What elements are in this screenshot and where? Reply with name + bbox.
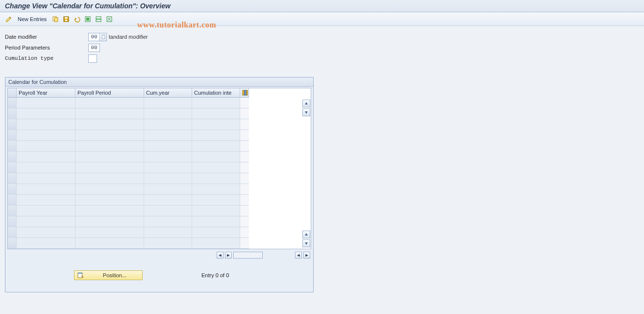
table-cell[interactable] <box>192 98 240 108</box>
table-cell[interactable] <box>75 216 144 227</box>
table-cell[interactable] <box>192 130 240 141</box>
table-cell[interactable] <box>75 238 144 249</box>
hscroll-left-icon[interactable]: ◄ <box>217 252 223 259</box>
table-cell[interactable] <box>17 216 75 227</box>
table-cell[interactable] <box>144 195 192 206</box>
table-cell[interactable] <box>17 227 75 238</box>
select-all-header[interactable] <box>8 88 17 98</box>
col-payroll-period[interactable]: Payroll Period <box>75 88 144 98</box>
table-cell[interactable] <box>192 162 240 173</box>
table-cell[interactable] <box>75 141 144 152</box>
row-selector[interactable] <box>8 184 17 195</box>
table-cell[interactable] <box>144 216 192 227</box>
row-selector[interactable] <box>8 162 17 173</box>
table-cell[interactable] <box>192 173 240 184</box>
period-parameters-input[interactable] <box>88 44 100 52</box>
table-cell[interactable] <box>144 162 192 173</box>
date-modifier-label: Date modifier <box>5 34 88 40</box>
table-cell[interactable] <box>144 173 192 184</box>
table-cell[interactable] <box>192 184 240 195</box>
row-selector[interactable] <box>8 206 17 216</box>
row-selector[interactable] <box>8 130 17 141</box>
scroll-gutter <box>240 108 249 119</box>
scroll-down-icon[interactable] <box>302 108 310 116</box>
table-cell[interactable] <box>75 227 144 238</box>
row-selector[interactable] <box>8 195 17 206</box>
table-cell[interactable] <box>192 227 240 238</box>
new-entries-button[interactable]: New Entries <box>16 15 49 23</box>
row-selector[interactable] <box>8 98 17 108</box>
table-cell[interactable] <box>192 119 240 130</box>
table-cell[interactable] <box>75 195 144 206</box>
table-cell[interactable] <box>17 195 75 206</box>
table-cell[interactable] <box>17 152 75 162</box>
table-cell[interactable] <box>17 184 75 195</box>
table-cell[interactable] <box>75 184 144 195</box>
table-cell[interactable] <box>75 152 144 162</box>
table-cell[interactable] <box>17 98 75 108</box>
table-cell[interactable] <box>17 206 75 216</box>
table-cell[interactable] <box>17 238 75 249</box>
undo-icon[interactable] <box>73 15 81 23</box>
table-cell[interactable] <box>144 184 192 195</box>
table-cell[interactable] <box>192 152 240 162</box>
table-cell[interactable] <box>75 206 144 216</box>
save-icon[interactable] <box>62 15 70 23</box>
scroll-down-bottom-icon[interactable] <box>302 239 310 247</box>
row-selector[interactable] <box>8 141 17 152</box>
hscroll-track[interactable] <box>233 252 263 259</box>
table-cell[interactable] <box>144 238 192 249</box>
table-cell[interactable] <box>144 141 192 152</box>
table-cell[interactable] <box>17 108 75 119</box>
table-cell[interactable] <box>75 162 144 173</box>
cumulation-type-input[interactable] <box>88 54 97 63</box>
deselect-all-icon[interactable] <box>105 15 113 23</box>
f4-help-icon[interactable] <box>100 33 107 41</box>
configure-columns-icon[interactable] <box>240 88 249 98</box>
table-cell[interactable] <box>75 119 144 130</box>
table-cell[interactable] <box>17 162 75 173</box>
table-cell[interactable] <box>75 98 144 108</box>
select-all-icon[interactable] <box>84 15 92 23</box>
row-selector[interactable] <box>8 227 17 238</box>
table-cell[interactable] <box>192 141 240 152</box>
select-block-icon[interactable] <box>95 15 102 23</box>
col-cum-year[interactable]: Cum.year <box>144 88 192 98</box>
copy-icon[interactable] <box>51 15 59 23</box>
position-button[interactable]: Position... <box>74 270 143 280</box>
table-cell[interactable] <box>192 206 240 216</box>
row-selector[interactable] <box>8 152 17 162</box>
table-cell[interactable] <box>144 206 192 216</box>
table-cell[interactable] <box>17 130 75 141</box>
hscroll-right2-icon[interactable]: ► <box>303 252 310 259</box>
table-cell[interactable] <box>192 108 240 119</box>
row-selector[interactable] <box>8 173 17 184</box>
hscroll-right-icon[interactable]: ► <box>225 252 232 259</box>
table-cell[interactable] <box>75 108 144 119</box>
row-selector[interactable] <box>8 108 17 119</box>
table-cell[interactable] <box>144 152 192 162</box>
table-cell[interactable] <box>144 130 192 141</box>
col-cumulation-inte[interactable]: Cumulation inte <box>192 88 240 98</box>
scroll-up-icon[interactable] <box>302 100 310 107</box>
row-selector[interactable] <box>8 238 17 249</box>
date-modifier-input[interactable] <box>88 33 100 41</box>
table-cell[interactable] <box>75 130 144 141</box>
table-cell[interactable] <box>75 173 144 184</box>
edit-icon[interactable] <box>5 15 13 23</box>
table-cell[interactable] <box>192 238 240 249</box>
table-cell[interactable] <box>144 119 192 130</box>
hscroll-left2-icon[interactable]: ◄ <box>295 252 302 259</box>
row-selector[interactable] <box>8 216 17 227</box>
scroll-up-bottom-icon[interactable] <box>302 231 310 238</box>
table-cell[interactable] <box>192 216 240 227</box>
table-cell[interactable] <box>17 119 75 130</box>
col-payroll-year[interactable]: Payroll Year <box>17 88 75 98</box>
table-cell[interactable] <box>144 227 192 238</box>
table-cell[interactable] <box>17 141 75 152</box>
row-selector[interactable] <box>8 119 17 130</box>
table-cell[interactable] <box>144 108 192 119</box>
table-cell[interactable] <box>192 195 240 206</box>
table-cell[interactable] <box>17 173 75 184</box>
table-cell[interactable] <box>144 98 192 108</box>
